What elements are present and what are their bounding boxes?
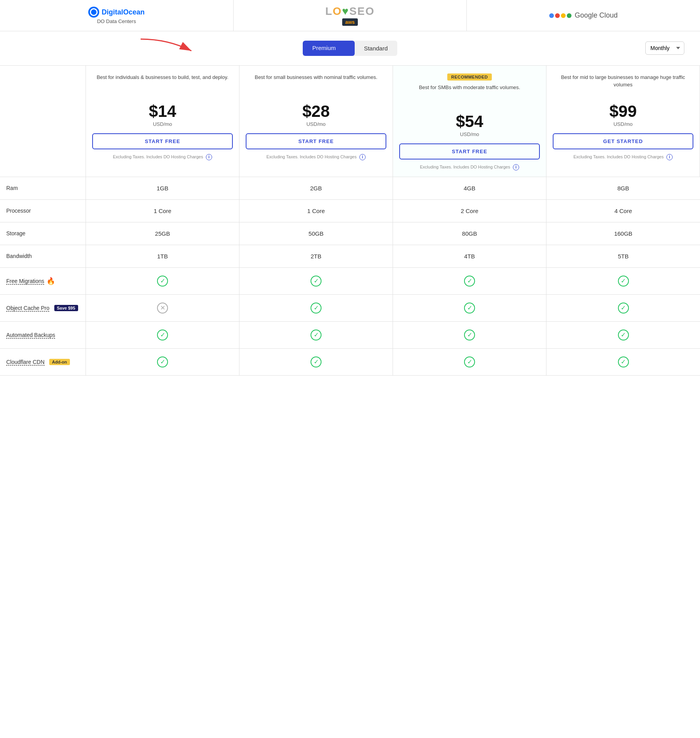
premium-toggle[interactable]: Premium i [303,41,354,56]
feature-label-5: Object Cache ProSave $95 [0,295,86,322]
check-icon: ✓ [157,276,168,287]
plan-header-basic: Best for small businesses with nominal t… [239,66,393,177]
plan-note-basic: Excluding Taxes. Includes DO Hosting Cha… [246,154,386,160]
plan-cta-recommended[interactable]: START FREE [399,143,540,159]
plan-currency-basic: USD/mo [246,121,386,127]
arrow-annotation [137,35,199,60]
note-info-icon-2[interactable]: i [359,154,366,160]
do-name: DigitalOcean [102,8,145,16]
check-icon: ✓ [311,330,321,340]
aws-badge: aws [342,18,358,26]
check-icon: ✓ [311,303,321,313]
check-icon: ✓ [464,276,475,287]
dot-yellow [561,13,566,18]
plan-cta-starter[interactable]: START FREE [92,133,233,149]
feature-value-3-3: 5TB [546,245,700,268]
plan-type-toggle[interactable]: Premium i Standard [303,41,397,56]
feature-label-3: Bandwidth [0,245,86,268]
lovseo-text: LO♥SEO [325,5,375,18]
feature-value-2-0: 25GB [86,222,239,245]
plan-cta-enterprise[interactable]: GET STARTED [553,133,693,149]
feature-label-1: Processor [0,200,86,222]
plan-desc-enterprise: Best for mid to large businesses to mana… [553,73,693,97]
feature-value-0-1: 2GB [239,177,393,200]
do-subtitle: DO Data Centers [97,18,136,24]
feature-value-4-2: ✓ [393,268,546,295]
feature-value-3-1: 2TB [239,245,393,268]
check-icon: ✓ [618,303,629,313]
feature-value-2-2: 80GB [393,222,546,245]
feature-value-2-1: 50GB [239,222,393,245]
feature-value-4-3: ✓ [546,268,700,295]
check-icon: ✓ [464,356,475,367]
billing-period-select[interactable]: Monthly Annually [645,41,684,55]
check-icon: ✓ [618,330,629,340]
standard-toggle[interactable]: Standard [355,41,397,56]
feature-value-1-2: 2 Core [393,200,546,222]
feature-label-text-3: Bandwidth [6,253,32,259]
feature-value-7-2: ✓ [393,349,546,376]
feature-value-0-3: 8GB [546,177,700,200]
feature-value-1-1: 1 Core [239,200,393,222]
feature-label-text-5: Object Cache Pro [6,305,50,311]
check-icon: ✓ [311,276,321,287]
plan-currency-starter: USD/mo [92,121,233,127]
feature-value-0-2: 4GB [393,177,546,200]
check-icon: ✓ [157,356,168,367]
feature-value-0-0: 1GB [86,177,239,200]
feature-value-6-0: ✓ [86,322,239,349]
plan-price-basic: $28 [246,103,386,120]
recommended-badge: RECOMMENDED [447,73,492,81]
note-info-icon-1[interactable]: i [206,154,212,160]
feature-value-5-3: ✓ [546,295,700,322]
plan-desc-starter: Best for individuals & businesses to bui… [92,73,233,97]
feature-label-7: Cloudflare CDNAdd-on [0,349,86,376]
feature-value-4-0: ✓ [86,268,239,295]
feature-label-0: Ram [0,177,86,200]
plan-currency-enterprise: USD/mo [553,121,693,127]
plan-price-recommended: $54 [399,113,540,130]
feature-label-2: Storage [0,222,86,245]
header-googlecloud: Google Cloud [467,0,700,31]
plan-desc-recommended: Best for SMBs with moderate traffic volu… [399,84,540,107]
note-info-icon-3[interactable]: i [513,164,519,170]
plan-header-recommended: RECOMMENDED Best for SMBs with moderate … [393,66,546,177]
feature-value-5-2: ✓ [393,295,546,322]
feature-value-5-1: ✓ [239,295,393,322]
controls-bar: Premium i Standard Monthly Annually [0,31,700,65]
plan-cta-basic[interactable]: START FREE [246,133,386,149]
feature-label-text-0: Ram [6,185,18,191]
plan-price-starter: $14 [92,103,233,120]
plan-note-enterprise: Excluding Taxes. Includes DO Hosting Cha… [553,154,693,160]
dot-blue [549,13,554,18]
gcloud-logo: Google Cloud [549,11,618,20]
feature-value-5-0: ✕ [86,295,239,322]
plan-header-starter: Best for individuals & businesses to bui… [86,66,239,177]
feature-value-2-3: 160GB [546,222,700,245]
feature-value-3-0: 1TB [86,245,239,268]
plan-header-enterprise: Best for mid to large businesses to mana… [546,66,700,177]
plan-desc-basic: Best for small businesses with nominal t… [246,73,386,97]
gcloud-name: Google Cloud [575,11,618,20]
premium-info-icon[interactable]: i [339,46,345,52]
plan-price-enterprise: $99 [553,103,693,120]
feature-value-7-3: ✓ [546,349,700,376]
plans-container: Best for individuals & businesses to bui… [0,65,700,391]
feature-label-6: Automated Backups [0,322,86,349]
note-info-icon-4[interactable]: i [666,154,673,160]
check-icon: ✓ [464,303,475,313]
do-logo: DigitalOcean DO Data Centers [88,7,145,24]
addon-badge: Add-on [49,359,70,365]
dot-red [555,13,560,18]
plan-note-recommended: Excluding Taxes. Includes DO Hosting Cha… [399,164,540,170]
header-lovseo: LO♥SEO aws [234,0,467,31]
feature-value-1-0: 1 Core [86,200,239,222]
empty-header-cell [0,66,86,177]
plan-currency-recommended: USD/mo [399,131,540,137]
feature-label-text-6: Automated Backups [6,332,55,338]
feature-label-text-4: Free Migrations [6,278,44,284]
feature-label-text-7: Cloudflare CDN [6,359,45,365]
fire-icon: 🔥 [46,277,55,285]
check-icon: ✓ [618,276,629,287]
feature-value-6-1: ✓ [239,322,393,349]
